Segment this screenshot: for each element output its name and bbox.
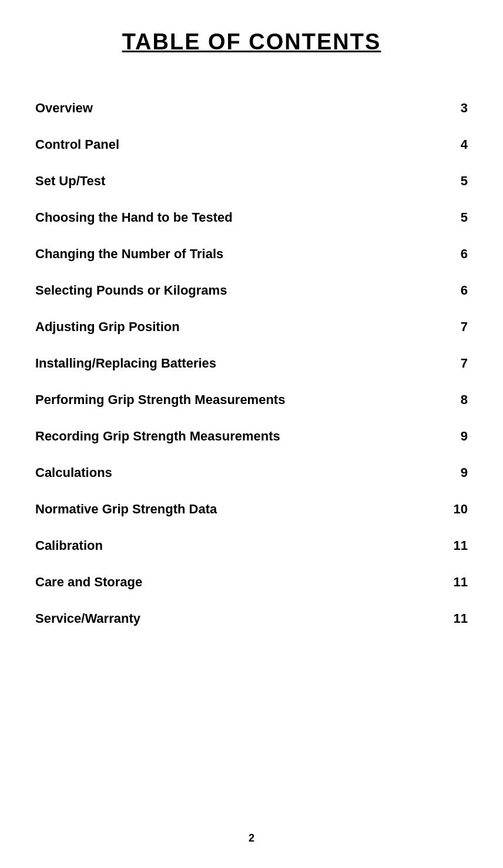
toc-item: Recording Grip Strength Measurements9: [35, 418, 468, 455]
toc-list: Overview3Control Panel4Set Up/Test5Choos…: [35, 90, 468, 637]
toc-item-label: Performing Grip Strength Measurements: [35, 392, 450, 408]
toc-item-page: 10: [450, 502, 468, 517]
toc-item: Normative Grip Strength Data10: [35, 491, 468, 528]
toc-item-page: 7: [450, 319, 468, 335]
toc-item-page: 6: [450, 283, 468, 298]
toc-item-page: 3: [450, 101, 468, 116]
toc-item: Care and Storage11: [35, 564, 468, 600]
toc-item-page: 9: [450, 429, 468, 444]
toc-item-page: 7: [450, 356, 468, 371]
toc-item-label: Calibration: [35, 538, 450, 553]
toc-item-label: Normative Grip Strength Data: [35, 502, 450, 517]
toc-item-label: Installing/Replacing Batteries: [35, 356, 450, 371]
toc-item-page: 9: [450, 465, 468, 480]
toc-item: Calculations9: [35, 455, 468, 491]
page: TABLE OF CONTENTS Overview3Control Panel…: [0, 0, 503, 868]
toc-item-page: 6: [450, 246, 468, 262]
toc-item-label: Set Up/Test: [35, 173, 450, 189]
toc-item: Installing/Replacing Batteries7: [35, 345, 468, 382]
toc-item-page: 5: [450, 210, 468, 225]
toc-item-label: Control Panel: [35, 137, 450, 152]
toc-item: Control Panel4: [35, 126, 468, 163]
toc-item: Service/Warranty11: [35, 600, 468, 637]
toc-item-page: 11: [450, 538, 468, 553]
toc-item-label: Overview: [35, 101, 450, 116]
toc-item-page: 8: [450, 392, 468, 408]
toc-item-label: Selecting Pounds or Kilograms: [35, 283, 450, 298]
toc-item-page: 4: [450, 137, 468, 152]
page-number: 2: [249, 832, 254, 844]
toc-item: Selecting Pounds or Kilograms6: [35, 272, 468, 309]
toc-item-label: Service/Warranty: [35, 611, 450, 626]
page-title: TABLE OF CONTENTS: [35, 29, 468, 55]
toc-item-label: Adjusting Grip Position: [35, 319, 450, 335]
toc-item: Set Up/Test5: [35, 163, 468, 199]
toc-item-page: 11: [450, 611, 468, 626]
toc-item-page: 5: [450, 173, 468, 189]
toc-item: Overview3: [35, 90, 468, 126]
toc-item-page: 11: [450, 575, 468, 590]
toc-item-label: Calculations: [35, 465, 450, 480]
toc-item: Performing Grip Strength Measurements8: [35, 382, 468, 418]
toc-item: Calibration11: [35, 528, 468, 564]
toc-item-label: Recording Grip Strength Measurements: [35, 429, 450, 444]
toc-item: Adjusting Grip Position7: [35, 309, 468, 345]
toc-item: Changing the Number of Trials6: [35, 236, 468, 272]
toc-item-label: Changing the Number of Trials: [35, 246, 450, 262]
toc-item: Choosing the Hand to be Tested5: [35, 199, 468, 236]
toc-item-label: Care and Storage: [35, 575, 450, 590]
toc-item-label: Choosing the Hand to be Tested: [35, 210, 450, 225]
